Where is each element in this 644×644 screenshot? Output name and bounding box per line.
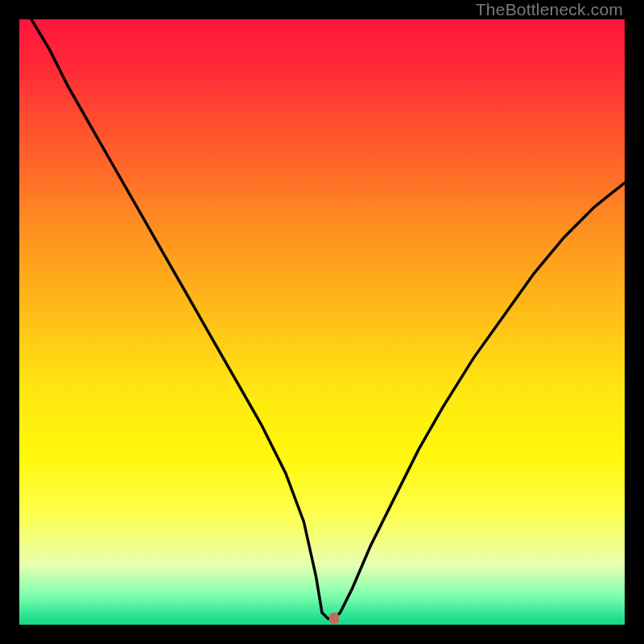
bottleneck-curve xyxy=(19,19,625,625)
optimal-point-marker xyxy=(329,613,339,624)
chart-plot-area xyxy=(19,19,625,625)
watermark-text: TheBottleneck.com xyxy=(476,0,623,19)
